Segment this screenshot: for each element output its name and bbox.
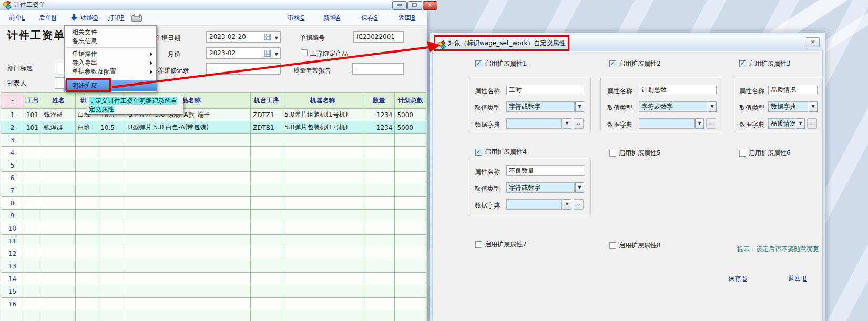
doc-date-picker[interactable]: 2023-02-20 ▼	[206, 31, 281, 43]
cell[interactable]	[126, 184, 250, 197]
cell[interactable]	[24, 285, 42, 298]
enable-ext-attr-3-checkbox[interactable]: 启用扩展属性3	[739, 60, 791, 67]
cell[interactable]	[75, 172, 98, 184]
cell[interactable]	[75, 210, 98, 222]
chevron-down-icon[interactable]: ▼	[563, 118, 571, 129]
cell[interactable]	[282, 172, 363, 184]
cell[interactable]	[251, 134, 282, 147]
table-row[interactable]: 11	[1, 235, 426, 247]
cell[interactable]	[395, 260, 426, 273]
cell[interactable]: 7	[1, 184, 24, 197]
cell[interactable]	[395, 197, 426, 210]
cell[interactable]	[126, 285, 250, 298]
cell[interactable]	[42, 222, 75, 235]
window-titlebar[interactable]: 计件工资单 ×	[0, 0, 427, 11]
value-type-select[interactable]: 字符或数字	[639, 101, 707, 112]
cell[interactable]	[126, 197, 250, 210]
cell[interactable]	[24, 134, 42, 147]
cell[interactable]	[282, 260, 363, 273]
menu-item-import-export[interactable]: 导入导出	[65, 58, 156, 67]
cell[interactable]	[251, 159, 282, 172]
cell[interactable]: 1234	[363, 109, 394, 121]
cell[interactable]	[395, 235, 426, 247]
cell[interactable]: 1234	[363, 121, 394, 134]
column-header-机器名称[interactable]: 机器名称	[282, 93, 363, 109]
table-row[interactable]: 4	[1, 147, 426, 159]
cell[interactable]	[75, 298, 98, 310]
menu-item-memo[interactable]: 备忘信息	[65, 37, 156, 46]
cell[interactable]	[24, 247, 42, 260]
cell[interactable]	[98, 134, 126, 147]
cell[interactable]	[126, 147, 250, 159]
cell[interactable]	[75, 235, 98, 247]
cell[interactable]	[75, 260, 98, 273]
cell[interactable]	[42, 159, 75, 172]
cell[interactable]	[251, 310, 282, 321]
printer-icon[interactable]	[131, 15, 142, 22]
enable-ext-attr-7-checkbox[interactable]: 启用扩展属性7	[475, 241, 527, 248]
cell[interactable]	[75, 197, 98, 210]
table-row[interactable]: 6	[1, 172, 426, 184]
cell[interactable]: 15	[1, 285, 24, 298]
next-doc-button[interactable]: 后单N	[39, 14, 56, 23]
cell[interactable]: 9	[1, 210, 24, 222]
browse-button[interactable]: ..	[706, 118, 716, 129]
cell[interactable]	[282, 159, 363, 172]
table-row[interactable]: 3	[1, 134, 426, 147]
cell[interactable]: U型弹片 5.0 白色-A(带包装)	[126, 121, 250, 134]
audit-button[interactable]: 审核C	[288, 14, 304, 23]
cell[interactable]	[24, 147, 42, 159]
cell[interactable]: 4	[1, 147, 24, 159]
cell[interactable]	[251, 260, 282, 273]
bind-product-checkbox[interactable]	[301, 49, 308, 56]
cell[interactable]: 11	[1, 235, 24, 247]
cell[interactable]	[282, 184, 363, 197]
attr-name-input[interactable]: 品质情况	[768, 85, 818, 95]
cell[interactable]	[395, 310, 426, 321]
cell[interactable]	[363, 273, 394, 285]
cell[interactable]	[363, 184, 394, 197]
table-row[interactable]: 5	[1, 159, 426, 172]
doc-no-input[interactable]: IC23022001	[353, 31, 404, 43]
enable-ext-attr-8-checkbox[interactable]: 启用扩展属性8	[609, 242, 661, 249]
cell[interactable]	[126, 273, 250, 285]
cell[interactable]	[395, 134, 426, 147]
cell[interactable]	[42, 184, 75, 197]
cell[interactable]: 6	[1, 172, 24, 184]
cell[interactable]	[24, 273, 42, 285]
cell[interactable]	[282, 134, 363, 147]
value-type-select[interactable]: 数据字典	[768, 101, 808, 112]
minimize-button[interactable]	[392, 1, 407, 10]
cell[interactable]	[251, 285, 282, 298]
cell[interactable]	[282, 147, 363, 159]
cell[interactable]: 钱泽群	[42, 121, 75, 134]
enable-ext-attr-1-checkbox[interactable]: 启用扩展属性1	[475, 60, 527, 67]
cell[interactable]	[363, 285, 394, 298]
prev-doc-button[interactable]: 前单L	[9, 14, 25, 23]
cell[interactable]: 5000	[395, 109, 426, 121]
enable-ext-attr-5-checkbox[interactable]: 启用扩展属性5	[609, 149, 661, 157]
enable-ext-attr-6-checkbox[interactable]: 启用扩展属性6	[739, 149, 791, 157]
cell[interactable]	[42, 172, 75, 184]
attr-name-input[interactable]: 不良数量	[506, 165, 584, 176]
cell[interactable]	[98, 247, 126, 260]
chevron-down-icon[interactable]: ▼	[275, 33, 278, 43]
chevron-down-icon[interactable]: ▼	[708, 101, 717, 112]
cell[interactable]	[363, 172, 394, 184]
column-header-数量[interactable]: 数量	[363, 93, 394, 109]
cell[interactable]	[126, 210, 250, 222]
chevron-down-icon[interactable]: ▼	[575, 182, 584, 193]
dialog-close-button[interactable]: ×	[806, 37, 820, 47]
cell[interactable]	[363, 210, 394, 222]
cell[interactable]	[282, 197, 363, 210]
cell[interactable]	[282, 285, 363, 298]
cell[interactable]	[1, 310, 24, 321]
cell[interactable]	[395, 210, 426, 222]
table-row[interactable]	[1, 310, 426, 321]
dialog-save-button[interactable]: 保存 S	[728, 274, 747, 283]
cell[interactable]	[251, 184, 282, 197]
cell[interactable]: 12	[1, 247, 24, 260]
table-row[interactable]: 1101钱泽群白班10.5U型弹片_5.0_素材_A款_端子ZDTZ15.0弹片…	[1, 109, 426, 121]
cell[interactable]: 1	[1, 109, 24, 121]
cell[interactable]: 10.5	[98, 121, 126, 134]
